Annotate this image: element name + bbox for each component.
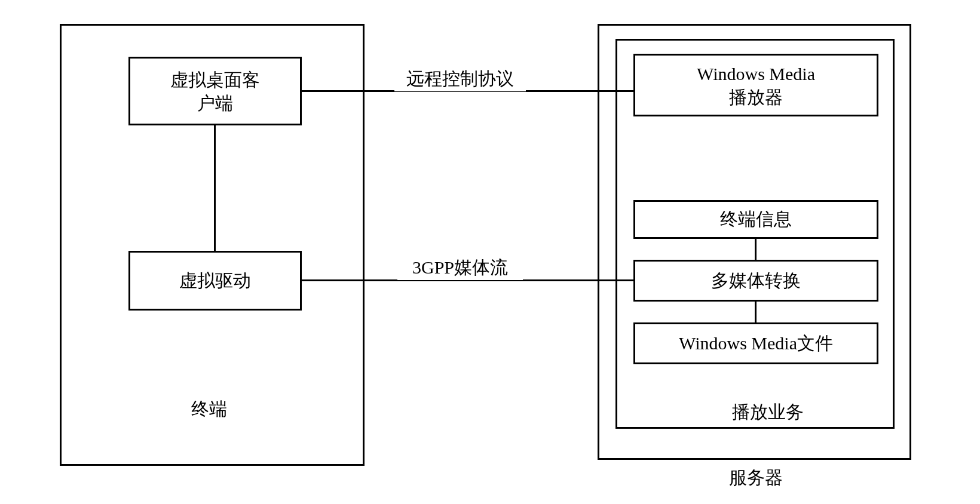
gpp-media-stream-label: 3GPP媒体流	[397, 256, 523, 280]
terminal-info-box: 终端信息	[633, 200, 878, 239]
vdc-vd-connector	[214, 125, 216, 251]
remote-control-protocol-label: 远程控制协议	[394, 67, 526, 91]
windows-media-file-text: Windows Media文件	[679, 331, 833, 356]
mc-wmf-connector	[755, 302, 757, 322]
multimedia-conversion-box: 多媒体转换	[633, 260, 878, 302]
terminal-info-text: 终端信息	[720, 207, 792, 232]
virtual-driver-text: 虚拟驱动	[179, 269, 251, 293]
virtual-desktop-client-box: 虚拟桌面客 户端	[128, 57, 302, 125]
virtual-driver-box: 虚拟驱动	[128, 251, 302, 311]
ti-mc-connector	[755, 239, 757, 260]
multimedia-conversion-text: 多媒体转换	[711, 269, 801, 293]
terminal-label: 终端	[185, 397, 233, 422]
windows-media-player-text: Windows Media 播放器	[697, 62, 815, 109]
diagram-container: 终端 虚拟桌面客 户端 虚拟驱动 服务器 播放业务 Windows Media …	[60, 24, 920, 484]
server-label: 服务器	[726, 466, 786, 490]
playback-service-label: 播放业务	[723, 400, 813, 425]
windows-media-player-box: Windows Media 播放器	[633, 54, 878, 116]
virtual-desktop-client-text: 虚拟桌面客 户端	[170, 68, 260, 115]
windows-media-file-box: Windows Media文件	[633, 322, 878, 364]
